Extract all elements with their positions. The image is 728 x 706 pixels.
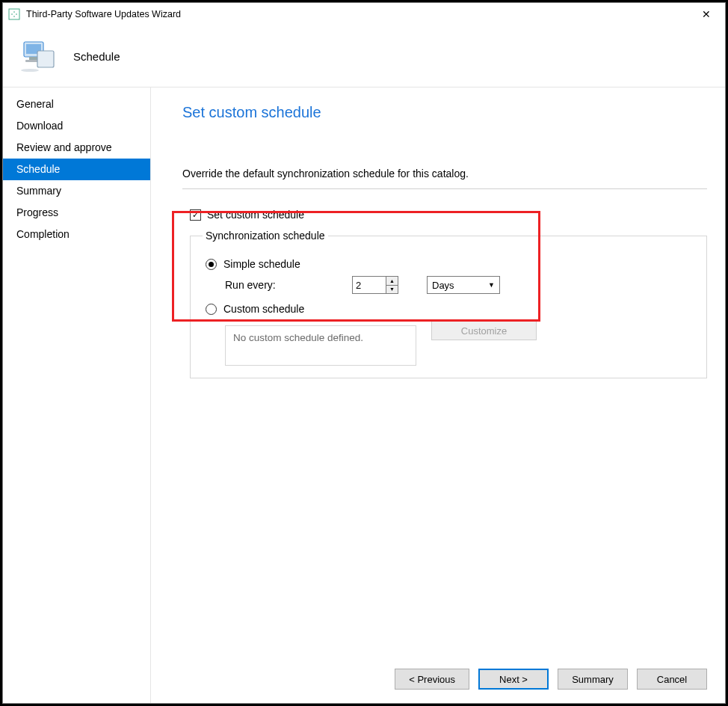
previous-button[interactable]: < Previous [395,669,469,690]
svg-rect-0 [9,9,19,19]
page-title: Set custom schedule [182,104,707,121]
run-every-spinner[interactable]: ▲ ▼ [352,276,398,294]
header-area: Schedule [3,25,725,87]
radio-icon [206,304,217,315]
wizard-window: Third-Party Software Updates Wizard ✕ Sc… [2,2,726,704]
summary-button[interactable]: Summary [558,669,628,690]
chevron-down-icon: ▼ [488,281,495,289]
body: General Download Review and approve Sche… [3,87,725,703]
run-every-row: Run every: ▲ ▼ Days ▼ [225,276,694,294]
group-legend: Synchronization schedule [203,230,328,242]
synchronization-schedule-group: Synchronization schedule Simple schedule… [190,230,707,378]
custom-schedule-row: No custom schedule defined. Customize [203,321,694,366]
spinner-buttons: ▲ ▼ [386,277,398,293]
sidebar-item-summary[interactable]: Summary [3,180,150,202]
select-value: Days [432,280,454,291]
divider [182,188,707,189]
radio-label: Custom schedule [223,303,304,315]
svg-rect-3 [29,57,38,60]
sidebar-item-completion[interactable]: Completion [3,224,150,245]
simple-schedule-radio[interactable]: Simple schedule [206,258,694,270]
next-button[interactable]: Next > [478,669,549,690]
radio-label: Simple schedule [223,258,300,270]
svg-point-6 [21,69,39,72]
app-icon [8,8,20,20]
custom-schedule-display: No custom schedule defined. [225,325,416,366]
schedule-icon [19,39,57,73]
customize-button: Customize [431,321,537,340]
run-every-input[interactable] [353,277,386,293]
titlebar: Third-Party Software Updates Wizard ✕ [3,3,725,25]
checkbox-label: Set custom schedule [207,209,304,221]
sidebar-item-schedule[interactable]: Schedule [3,159,150,180]
spinner-up-icon[interactable]: ▲ [386,277,398,285]
cancel-button[interactable]: Cancel [637,669,707,690]
checkbox-icon: ✓ [190,209,201,221]
sidebar-item-download[interactable]: Download [3,115,150,137]
wizard-steps-sidebar: General Download Review and approve Sche… [3,88,151,703]
custom-schedule-radio[interactable]: Custom schedule [206,303,694,315]
sidebar-item-progress[interactable]: Progress [3,202,150,224]
instruction-text: Override the default synchronization sch… [182,168,707,179]
footer-buttons: < Previous Next > Summary Cancel [182,655,707,690]
sidebar-item-general[interactable]: General [3,93,150,115]
radio-icon [206,259,217,270]
header-title: Schedule [73,50,120,63]
run-every-unit-select[interactable]: Days ▼ [427,276,500,294]
window-title: Third-Party Software Updates Wizard [26,9,693,19]
main-panel: Set custom schedule Override the default… [151,88,725,703]
set-custom-schedule-checkbox[interactable]: ✓ Set custom schedule [190,209,707,221]
svg-rect-5 [37,51,54,67]
run-every-label: Run every: [225,279,352,291]
sidebar-item-review[interactable]: Review and approve [3,137,150,159]
spinner-down-icon[interactable]: ▼ [386,285,398,294]
close-button[interactable]: ✕ [693,3,720,25]
